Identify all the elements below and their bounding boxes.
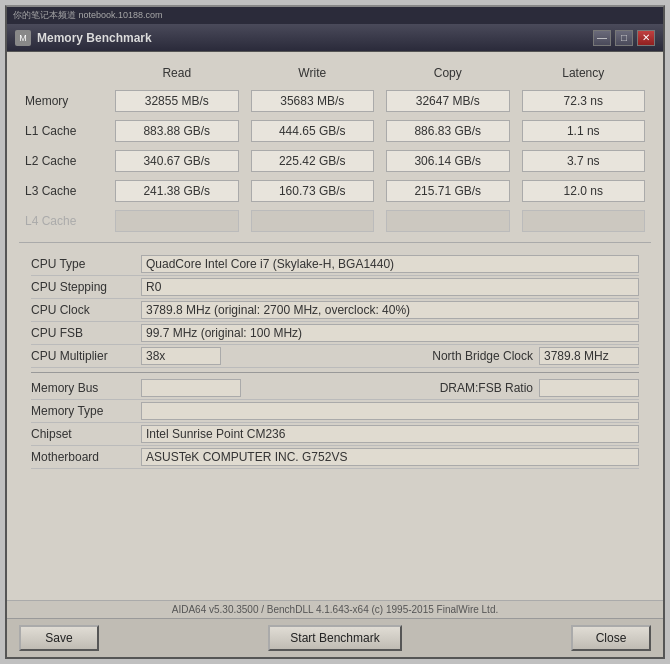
content-area: Read Write Copy Latency Memory 32855 MB/… xyxy=(7,52,663,657)
row-label-l2: L2 Cache xyxy=(19,146,109,176)
minimize-button[interactable]: — xyxy=(593,30,611,46)
l2-copy-value: 306.14 GB/s xyxy=(386,150,510,172)
l1-read-cell: 883.88 GB/s xyxy=(109,116,245,146)
cpu-multiplier-value: 38x xyxy=(141,347,221,365)
info-divider xyxy=(31,372,639,373)
cpu-type-label: CPU Type xyxy=(31,257,141,271)
l1-write-cell: 444.65 GB/s xyxy=(245,116,381,146)
window-title: Memory Benchmark xyxy=(37,31,152,45)
l4-latency-value xyxy=(522,210,646,232)
l3-latency-cell: 12.0 ns xyxy=(516,176,652,206)
col-header-label xyxy=(19,60,109,86)
l3-write-cell: 160.73 GB/s xyxy=(245,176,381,206)
system-info-section: CPU Type QuadCore Intel Core i7 (Skylake… xyxy=(19,249,651,473)
start-benchmark-button[interactable]: Start Benchmark xyxy=(268,625,401,651)
section-divider xyxy=(19,242,651,243)
memory-copy-value: 32647 MB/s xyxy=(386,90,510,112)
memory-write-value: 35683 MB/s xyxy=(251,90,375,112)
memory-latency-cell: 72.3 ns xyxy=(516,86,652,116)
l2-write-cell: 225.42 GB/s xyxy=(245,146,381,176)
col-header-latency: Latency xyxy=(516,60,652,86)
l4-write-value xyxy=(251,210,375,232)
l1-write-value: 444.65 GB/s xyxy=(251,120,375,142)
dram-fsb-value xyxy=(539,379,639,397)
col-header-read: Read xyxy=(109,60,245,86)
l4-copy-value xyxy=(386,210,510,232)
north-bridge-value: 3789.8 MHz xyxy=(539,347,639,365)
chipset-label: Chipset xyxy=(31,427,141,441)
close-button[interactable]: Close xyxy=(571,625,651,651)
row-label-memory: Memory xyxy=(19,86,109,116)
benchmark-table: Read Write Copy Latency Memory 32855 MB/… xyxy=(19,60,651,236)
footer-info: AIDA64 v5.30.3500 / BenchDLL 4.1.643-x64… xyxy=(7,600,663,618)
memory-latency-value: 72.3 ns xyxy=(522,90,646,112)
table-row: L1 Cache 883.88 GB/s 444.65 GB/s 886.83 … xyxy=(19,116,651,146)
row-label-l3: L3 Cache xyxy=(19,176,109,206)
l3-latency-value: 12.0 ns xyxy=(522,180,646,202)
memory-read-cell: 32855 MB/s xyxy=(109,86,245,116)
cpu-clock-label: CPU Clock xyxy=(31,303,141,317)
row-label-l1: L1 Cache xyxy=(19,116,109,146)
north-bridge-label: North Bridge Clock xyxy=(221,349,539,363)
main-window: 你的笔记本频道 notebook.10188.com M Memory Benc… xyxy=(5,5,665,659)
table-row: L3 Cache 241.38 GB/s 160.73 GB/s 215.71 … xyxy=(19,176,651,206)
memory-write-cell: 35683 MB/s xyxy=(245,86,381,116)
l2-latency-value: 3.7 ns xyxy=(522,150,646,172)
cpu-clock-value: 3789.8 MHz (original: 2700 MHz, overcloc… xyxy=(141,301,639,319)
maximize-button[interactable]: □ xyxy=(615,30,633,46)
l3-copy-value: 215.71 GB/s xyxy=(386,180,510,202)
l2-latency-cell: 3.7 ns xyxy=(516,146,652,176)
app-icon: M xyxy=(15,30,31,46)
l4-latency-cell xyxy=(516,206,652,236)
cpu-clock-row: CPU Clock 3789.8 MHz (original: 2700 MHz… xyxy=(31,299,639,322)
window-close-button[interactable]: ✕ xyxy=(637,30,655,46)
memory-type-value xyxy=(141,402,639,420)
motherboard-value: ASUSTeK COMPUTER INC. G752VS xyxy=(141,448,639,466)
button-bar: Save Start Benchmark Close xyxy=(7,618,663,657)
l3-read-value: 241.38 GB/s xyxy=(115,180,239,202)
benchmark-table-area: Read Write Copy Latency Memory 32855 MB/… xyxy=(7,52,663,600)
col-header-copy: Copy xyxy=(380,60,516,86)
l4-read-cell xyxy=(109,206,245,236)
memory-read-value: 32855 MB/s xyxy=(115,90,239,112)
chipset-value: Intel Sunrise Point CM236 xyxy=(141,425,639,443)
col-header-write: Write xyxy=(245,60,381,86)
cpu-type-row: CPU Type QuadCore Intel Core i7 (Skylake… xyxy=(31,253,639,276)
table-row: L4 Cache xyxy=(19,206,651,236)
chipset-row: Chipset Intel Sunrise Point CM236 xyxy=(31,423,639,446)
title-controls: — □ ✕ xyxy=(593,30,655,46)
table-row: L2 Cache 340.67 GB/s 225.42 GB/s 306.14 … xyxy=(19,146,651,176)
watermark-bar: 你的笔记本频道 notebook.10188.com xyxy=(7,7,663,24)
memory-bus-value xyxy=(141,379,241,397)
l1-latency-value: 1.1 ns xyxy=(522,120,646,142)
cpu-multiplier-label: CPU Multiplier xyxy=(31,349,141,363)
footer-text: AIDA64 v5.30.3500 / BenchDLL 4.1.643-x64… xyxy=(172,604,499,615)
motherboard-row: Motherboard ASUSTeK COMPUTER INC. G752VS xyxy=(31,446,639,469)
memory-bus-row: Memory Bus DRAM:FSB Ratio xyxy=(31,377,639,400)
l4-write-cell xyxy=(245,206,381,236)
l1-copy-value: 886.83 GB/s xyxy=(386,120,510,142)
cpu-fsb-label: CPU FSB xyxy=(31,326,141,340)
l1-copy-cell: 886.83 GB/s xyxy=(380,116,516,146)
title-bar: M Memory Benchmark — □ ✕ xyxy=(7,24,663,52)
l2-copy-cell: 306.14 GB/s xyxy=(380,146,516,176)
dram-fsb-label: DRAM:FSB Ratio xyxy=(241,381,539,395)
save-button[interactable]: Save xyxy=(19,625,99,651)
cpu-type-value: QuadCore Intel Core i7 (Skylake-H, BGA14… xyxy=(141,255,639,273)
l2-read-value: 340.67 GB/s xyxy=(115,150,239,172)
l2-read-cell: 340.67 GB/s xyxy=(109,146,245,176)
title-bar-left: M Memory Benchmark xyxy=(15,30,152,46)
l1-latency-cell: 1.1 ns xyxy=(516,116,652,146)
l3-copy-cell: 215.71 GB/s xyxy=(380,176,516,206)
memory-copy-cell: 32647 MB/s xyxy=(380,86,516,116)
memory-type-row: Memory Type xyxy=(31,400,639,423)
row-label-l4: L4 Cache xyxy=(19,206,109,236)
l4-read-value xyxy=(115,210,239,232)
memory-type-label: Memory Type xyxy=(31,404,141,418)
l4-copy-cell xyxy=(380,206,516,236)
l3-read-cell: 241.38 GB/s xyxy=(109,176,245,206)
cpu-stepping-row: CPU Stepping R0 xyxy=(31,276,639,299)
cpu-stepping-label: CPU Stepping xyxy=(31,280,141,294)
motherboard-label: Motherboard xyxy=(31,450,141,464)
cpu-multiplier-row: CPU Multiplier 38x North Bridge Clock 37… xyxy=(31,345,639,368)
